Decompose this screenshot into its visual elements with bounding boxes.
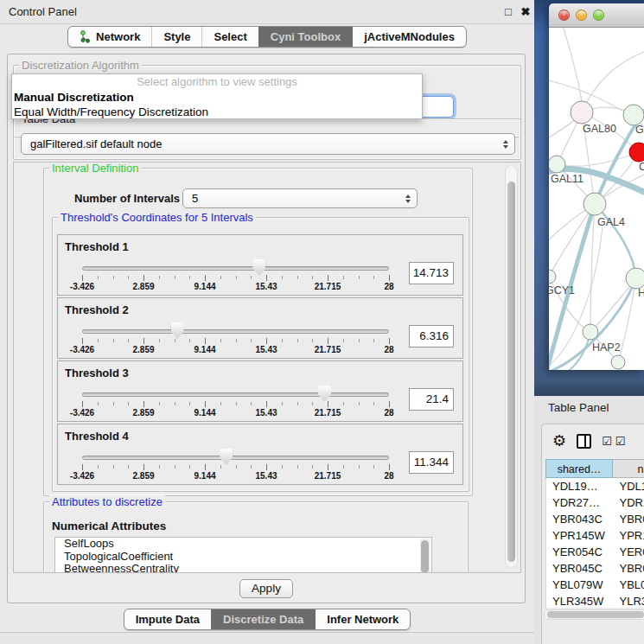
tab-label: Cyni Toolbox [271,30,341,43]
table-row[interactable]: YDL19…YDL1 [546,478,644,494]
tab-cyni-toolbox[interactable]: Cyni Toolbox [258,27,352,47]
attributes-list[interactable]: SelfLoopsTopologicalCoefficientBetweenne… [54,537,432,573]
threshold-value-field[interactable]: 6.316 [409,325,454,348]
slider-thumb[interactable] [171,322,184,339]
slider-track[interactable] [82,392,389,397]
checkbox-icon[interactable]: ☑ [615,435,626,448]
tab-infer-network[interactable]: Infer Network [315,609,410,629]
checkbox-icon[interactable]: ☑ [602,435,612,448]
tab-impute-data[interactable]: Impute Data [124,609,211,629]
tab-select[interactable]: Select [201,27,258,47]
slider-thumb[interactable] [318,386,331,402]
close-traffic-light-icon[interactable] [558,10,570,21]
tick-mark [282,339,283,342]
tick-mark [189,339,190,342]
threshold-value-field[interactable]: 11.344 [409,451,454,474]
tick-label: 9.144 [194,471,215,481]
slider-track[interactable] [82,456,389,460]
zoom-traffic-light-icon[interactable] [593,10,604,21]
table-row[interactable]: YER054CYER0 [546,544,644,560]
network-window-titlebar[interactable] [549,3,644,28]
tick-mark [98,339,99,342]
column-header[interactable]: na [613,459,644,478]
algorithm-dropdown-popup: Select algorithm to view settings Manual… [11,73,423,119]
tick-label: 28 [384,345,393,354]
network-canvas[interactable]: GAL80GACGAL11GAL4GCY1HHAP2 [549,28,644,370]
content-scrollbar[interactable] [505,165,518,568]
float-icon[interactable]: □ [500,5,517,18]
numerical-attributes-label: Numerical Attributes [52,520,166,532]
tab-style[interactable]: Style [151,27,201,47]
table-data-combobox[interactable]: galFiltered.sif default node [21,133,515,155]
minimize-traffic-light-icon[interactable] [576,10,587,21]
list-item[interactable]: TopologicalCoefficient [55,551,431,564]
gear-icon[interactable]: ⚙ [552,433,566,449]
threshold-label: Threshold 2 [65,303,129,316]
network-node-hap2[interactable] [583,324,598,340]
table-cell: YLR345W [546,593,613,608]
tab-jactivemnodules[interactable]: jActiveMNodules [352,27,466,47]
edge [557,152,639,166]
tick-mark [251,402,252,405]
tab-network[interactable]: Network [68,27,151,47]
table-row[interactable]: YPR145WYPR1 [546,527,644,544]
number-of-intervals-combobox[interactable]: 5 [182,188,418,208]
tick-label: 21.715 [315,345,341,354]
apply-button[interactable]: Apply [239,579,293,598]
list-item[interactable]: SelfLoops [55,538,431,551]
table-row[interactable]: YBL079WYBL0 [546,577,644,593]
slider-track[interactable] [82,329,389,334]
network-node-gal11[interactable] [549,156,565,173]
edge [590,204,595,332]
tick-label: 15.43 [255,408,277,418]
tick-label: 28 [384,471,393,481]
tick-mark [98,402,99,405]
tick-mark [189,402,190,405]
network-node-h[interactable] [626,268,644,289]
scrollbar-thumb[interactable] [547,611,644,618]
tick-mark [389,464,390,470]
dropdown-option-manual-discretization[interactable]: Manual Discretization [12,90,422,105]
tick-mark [343,339,344,342]
scrollbar-thumb[interactable] [507,182,515,562]
network-node-ga[interactable] [623,105,644,125]
tick-label: 15.43 [255,471,277,481]
tick-mark [98,276,99,279]
table-row[interactable]: YLR345WYLR3 [546,593,644,608]
dropdown-hint: Select algorithm to view settings [12,74,422,90]
dropdown-option-equal-width-frequency-discretization[interactable]: Equal Width/Frequency Discretization [12,105,422,119]
slider-track[interactable] [82,266,389,271]
network-node-gal80[interactable] [571,101,593,124]
tick-mark [389,401,390,407]
bottom-strip [0,633,534,644]
tick-mark [343,276,344,279]
tick-mark [343,402,344,405]
split-panel-icon[interactable] [577,434,591,449]
tab-label: Impute Data [136,613,200,626]
table-row[interactable]: YDR27…YDR2 [546,494,644,511]
tab-discretize-data[interactable]: Discretize Data [211,609,315,629]
network-node-gcy1[interactable] [549,270,556,284]
network-node-gal4[interactable] [583,193,606,215]
edge [582,52,644,112]
tick-mark [205,464,206,470]
slider-thumb[interactable] [220,449,233,465]
tick-mark [113,402,114,405]
tick-mark [82,401,83,407]
table-hscrollbar[interactable] [544,609,644,620]
threshold-value-field[interactable]: 21.4 [409,388,454,411]
network-node-c[interactable] [629,143,644,162]
network-node[interactable] [611,355,625,369]
table-row[interactable]: YBR045CYBR0 [546,560,644,577]
threshold-value-field[interactable]: 14.713 [409,262,454,284]
tick-label: 15.43 [255,282,277,291]
table-cell: YDR2 [613,494,644,511]
column-header[interactable]: shared… [545,459,613,478]
close-icon[interactable]: ✖ [517,5,534,18]
table-row[interactable]: YBR043CYBR0 [546,511,644,527]
list-item[interactable]: BetweennessCentrality [55,563,431,573]
tick-mark [266,401,267,407]
list-scrollbar[interactable] [420,539,430,573]
tab-label: Network [96,30,140,43]
slider-thumb[interactable] [252,259,265,276]
